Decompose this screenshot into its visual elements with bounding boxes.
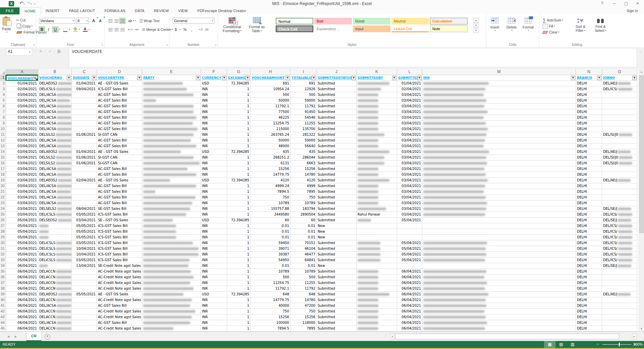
cell-A10[interactable]: 03/04/2021 [6, 126, 38, 132]
cell-G40[interactable]: 1 [227, 297, 251, 303]
cell-A2[interactable]: 01/04/2021 [6, 81, 38, 86]
cell-C40[interactable] [72, 297, 97, 303]
cell-L28[interactable] [397, 229, 422, 235]
row-header-36[interactable]: 36 [0, 275, 6, 280]
row-header-25[interactable]: 25 [0, 212, 6, 218]
cell-O15[interactable]: DEL/SI/J0 [602, 155, 637, 161]
cell-G8[interactable]: 1 [227, 115, 251, 121]
cell-O27[interactable]: DEL/ICS/ [602, 223, 637, 229]
cell-B10[interactable]: DEL/ACSA [38, 126, 72, 132]
row-header-35[interactable]: 35 [0, 269, 6, 275]
cell-F32[interactable]: INR [201, 252, 227, 257]
cell-K2[interactable] [357, 81, 397, 86]
style-check-cell[interactable]: Check Cell [276, 25, 313, 32]
cell-C18[interactable] [72, 172, 97, 178]
minimize-icon[interactable]: – [609, 0, 619, 7]
cell-A42[interactable]: 06/04/2021 [6, 309, 38, 314]
cell-C16[interactable]: 01/06/2021 [72, 161, 97, 166]
cell-N28[interactable]: DELHI [576, 229, 602, 235]
cell-H13[interactable]: 48000 [251, 143, 290, 149]
cell-O30[interactable]: DEL/ICS/ [602, 240, 637, 246]
cell-G24[interactable]: 1 [227, 206, 251, 212]
cell-C32[interactable]: 10/04/2021 [72, 252, 97, 257]
cell-G38[interactable]: 1 [227, 286, 251, 292]
row-header-43[interactable]: 43 [0, 314, 6, 320]
cell-H24[interactable]: 155757.88 [251, 206, 290, 212]
cell-H21[interactable]: 7894.5 [251, 189, 290, 195]
cell-B37[interactable]: DELACCN [38, 280, 72, 286]
cell-N39[interactable]: DELHI [576, 292, 602, 297]
row-header-28[interactable]: 28 [0, 229, 6, 235]
cell-K38[interactable] [357, 286, 397, 292]
maximize-icon[interactable]: ▢ [621, 0, 631, 7]
cell-I16[interactable]: 6663 [290, 161, 317, 166]
gallery-more-icon[interactable]: ▼ [473, 28, 479, 33]
style-calculation[interactable]: Calculation [430, 18, 468, 24]
column-header-C[interactable]: C [72, 69, 97, 75]
cell-J37[interactable]: Submitted [317, 280, 357, 286]
middle-align-button[interactable] [113, 18, 119, 24]
cell-A32[interactable]: 05/04/2021 [6, 252, 38, 257]
cell-B41[interactable]: DEL/ACSA [38, 303, 72, 309]
cell-C21[interactable] [72, 189, 97, 195]
cell-F10[interactable]: INR [201, 126, 227, 132]
cell-D2[interactable]: AE - GST OS Sales [97, 81, 142, 86]
cell-A17[interactable]: 03/04/2021 [6, 166, 38, 172]
cell-L33[interactable]: 05/04/2021 [397, 257, 422, 263]
cell-G42[interactable]: 1 [227, 309, 251, 314]
format-as-table-button[interactable]: Format as Table▾ [249, 17, 265, 33]
cell-H44[interactable]: 100000 [251, 320, 290, 326]
cell-E32[interactable] [142, 252, 201, 257]
cell-C12[interactable] [72, 138, 97, 143]
cell-D13[interactable]: AC-GST Sales Bill [97, 143, 142, 149]
cell-B44[interactable]: DEL/ACSA [38, 320, 72, 326]
cell-J38[interactable]: Submitted [317, 286, 357, 292]
cell-K7[interactable] [357, 109, 397, 115]
cell-C44[interactable] [72, 320, 97, 326]
cell-M20[interactable] [422, 183, 576, 189]
cell-C20[interactable] [72, 183, 97, 189]
cell-G44[interactable]: 1 [227, 320, 251, 326]
cell-D16[interactable]: SI-GST CAN [97, 161, 142, 166]
column-header-D[interactable]: D [97, 69, 142, 75]
conditional-formatting-button[interactable]: ≠ Conditional Formatting▾ [223, 17, 241, 33]
cell-C28[interactable]: 05/05/2021 [72, 229, 97, 235]
cell-J2[interactable]: Submitted [317, 81, 357, 86]
cell-H42[interactable]: 750 [251, 309, 290, 314]
increase-decimal-button[interactable]: +.0 [198, 26, 204, 33]
header-cell-party[interactable]: PARTY▼ [142, 75, 201, 81]
cell-H18[interactable]: 14779.75 [251, 172, 290, 178]
cell-I4[interactable]: 500 [290, 92, 317, 98]
cell-K26[interactable] [357, 218, 397, 223]
cell-J40[interactable]: Submitted [317, 297, 357, 303]
cell-H22[interactable]: 750 [251, 195, 290, 200]
cell-L16[interactable]: 03/04/2021 [397, 161, 422, 166]
cell-D20[interactable]: AC-GST Sales Bill [97, 183, 142, 189]
cell-G22[interactable]: 1 [227, 195, 251, 200]
cell-O25[interactable]: DEL/ICS/ [602, 212, 637, 218]
cell-M41[interactable] [422, 303, 576, 309]
cell-N7[interactable]: DELHI [576, 109, 602, 115]
cell-A18[interactable]: 03/04/2021 [6, 172, 38, 178]
filter-icon-E[interactable]: ▼ [196, 76, 200, 80]
cell-M8[interactable] [422, 115, 576, 121]
cell-K20[interactable] [357, 183, 397, 189]
cell-B28[interactable] [38, 229, 72, 235]
cell-G18[interactable]: 1 [227, 172, 251, 178]
cell-G33[interactable]: 1 [227, 257, 251, 263]
normal-view-icon[interactable]: ▦ [544, 341, 555, 348]
cell-C2[interactable]: 01/04/2021 [72, 81, 97, 86]
cell-J11[interactable]: Submitted [317, 132, 357, 138]
cell-K13[interactable] [357, 143, 397, 149]
row-header-38[interactable]: 38 [0, 286, 6, 292]
cell-B3[interactable]: DELICSLS [38, 86, 72, 92]
cell-D3[interactable]: ICS-GST Sales Bill [97, 86, 142, 92]
cell-H37[interactable]: 11254.75 [251, 280, 290, 286]
cell-E15[interactable] [142, 155, 201, 161]
cell-L25[interactable]: 03/04/2021 [397, 212, 422, 218]
cell-H33[interactable]: 54950 [251, 257, 290, 263]
cell-H29[interactable]: 0.01 [251, 235, 290, 240]
cell-I5[interactable]: 59000 [290, 98, 317, 104]
cell-A14[interactable]: 03/04/2021 [6, 149, 38, 155]
cell-M24[interactable] [422, 206, 576, 212]
